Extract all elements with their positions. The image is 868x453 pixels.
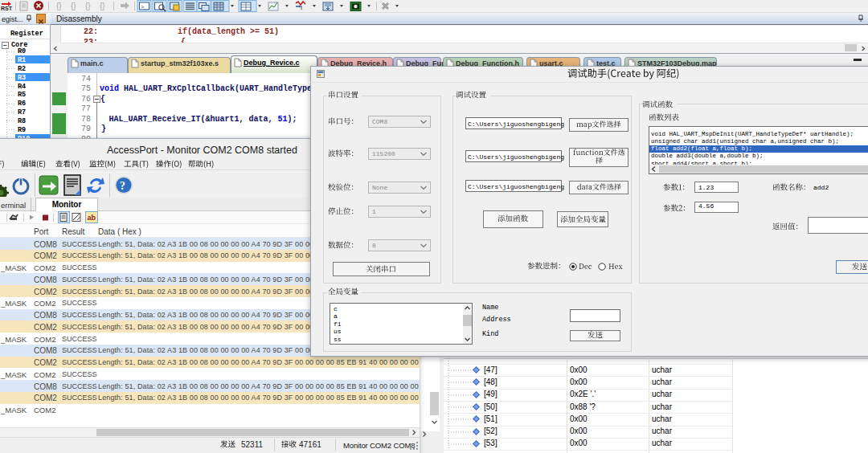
svg-text:RST: RST: [1, 6, 13, 11]
svg-text:?: ?: [120, 180, 125, 192]
svg-text:{}: {}: [85, 2, 91, 10]
svg-text:ab: ab: [88, 214, 96, 222]
svg-text:{}: {}: [100, 2, 105, 10]
svg-text:{}: {}: [71, 2, 76, 10]
svg-text:t: t: [301, 5, 302, 10]
svg-text:{}: {}: [56, 2, 62, 10]
svg-text:>_: >_: [141, 4, 148, 10]
